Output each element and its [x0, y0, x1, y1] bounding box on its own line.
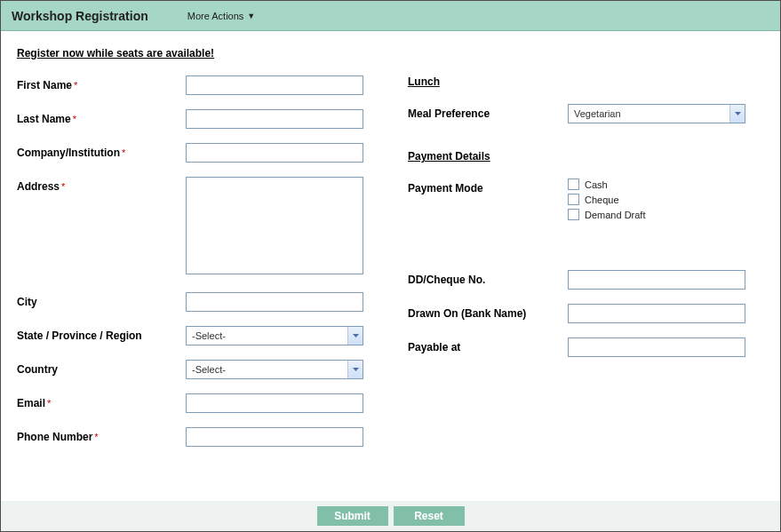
payment-cheque-label: Cheque: [585, 195, 619, 205]
payment-heading: Payment Details: [408, 150, 764, 163]
more-actions-dropdown[interactable]: More Actions ▼: [187, 11, 256, 21]
payable-at-label: Payable at: [408, 337, 568, 353]
svg-marker-1: [353, 368, 359, 371]
address-textarea[interactable]: [186, 177, 363, 274]
phone-label: Phone Number*: [17, 427, 186, 443]
address-label: Address*: [17, 177, 186, 193]
city-input[interactable]: [186, 292, 363, 312]
window-frame: Workshop Registration More Actions ▼ Reg…: [0, 0, 781, 532]
first-name-label: First Name*: [17, 75, 186, 91]
dd-no-label: DD/Cheque No.: [408, 270, 568, 286]
payment-dd-label: Demand Draft: [585, 210, 645, 220]
chevron-down-icon: [729, 105, 745, 123]
dd-no-input[interactable]: [568, 270, 745, 290]
state-select[interactable]: -Select-: [186, 326, 363, 345]
checkbox-icon: [568, 209, 579, 220]
footer-bar: Submit Reset: [1, 501, 780, 531]
checkbox-icon: [568, 179, 579, 190]
drawn-on-input[interactable]: [568, 304, 745, 323]
page-title: Workshop Registration: [12, 9, 148, 23]
city-label: City: [17, 292, 186, 308]
country-label: Country: [17, 360, 186, 376]
register-heading: Register now while seats are available!: [17, 47, 764, 60]
meal-select[interactable]: Vegetarian: [568, 104, 745, 123]
company-input[interactable]: [186, 143, 363, 163]
header-bar: Workshop Registration More Actions ▼: [1, 1, 780, 31]
meal-label: Meal Preference: [408, 104, 568, 120]
payment-cash-option[interactable]: Cash: [568, 179, 764, 190]
lunch-heading: Lunch: [408, 75, 764, 88]
payment-mode-label: Payment Mode: [408, 179, 568, 195]
state-label: State / Province / Region: [17, 326, 186, 342]
chevron-down-icon: [347, 327, 363, 345]
email-label: Email*: [17, 393, 186, 409]
state-select-value: -Select-: [192, 330, 226, 341]
payment-dd-option[interactable]: Demand Draft: [568, 209, 764, 220]
payable-at-input[interactable]: [568, 337, 745, 357]
drawn-on-label: Drawn On (Bank Name): [408, 304, 568, 320]
checkbox-icon: [568, 194, 579, 205]
payment-cash-label: Cash: [585, 179, 608, 190]
country-select[interactable]: -Select-: [186, 360, 363, 379]
left-column: First Name* Last Name* Company/Instituti…: [17, 75, 408, 450]
first-name-input[interactable]: [186, 75, 363, 95]
company-label: Company/Institution*: [17, 143, 186, 159]
phone-input[interactable]: [186, 427, 363, 447]
chevron-down-icon: ▼: [247, 12, 255, 20]
form-content: Register now while seats are available! …: [1, 31, 780, 501]
more-actions-label: More Actions: [187, 11, 244, 21]
country-select-value: -Select-: [192, 364, 226, 375]
svg-marker-0: [353, 334, 359, 337]
last-name-label: Last Name*: [17, 109, 186, 125]
email-input[interactable]: [186, 393, 363, 413]
svg-marker-2: [735, 112, 741, 115]
submit-button[interactable]: Submit: [317, 506, 388, 526]
last-name-input[interactable]: [186, 109, 363, 129]
reset-button[interactable]: Reset: [394, 506, 465, 526]
chevron-down-icon: [347, 361, 363, 378]
right-column: Lunch Meal Preference Vegetarian: [408, 75, 764, 368]
meal-select-value: Vegetarian: [574, 108, 621, 119]
payment-cheque-option[interactable]: Cheque: [568, 194, 764, 205]
